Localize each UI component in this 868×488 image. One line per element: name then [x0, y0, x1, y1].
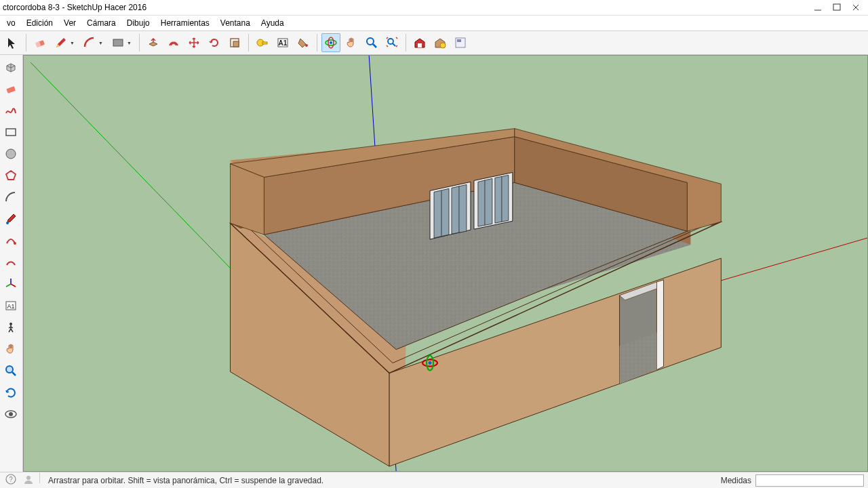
toolbar-separator: [406, 34, 406, 52]
measure-input[interactable]: [755, 474, 864, 487]
dropdown-caret-icon: ▼: [70, 41, 75, 45]
menubar: vo Edición Ver Cámara Dibujo Herramienta…: [0, 16, 868, 30]
dim-tool[interactable]: [1, 296, 20, 315]
toolbar-separator: [317, 34, 317, 52]
toolbar-top: ▼▼▼: [0, 30, 868, 55]
line-tool[interactable]: ▼: [51, 33, 78, 52]
menu-ventana[interactable]: Ventana: [215, 17, 256, 29]
move-tool[interactable]: [184, 33, 203, 52]
dropdown-caret-icon: ▼: [127, 41, 132, 45]
titlebar: ctorcordoba 8-3 - SketchUp Hacer 2016: [0, 0, 868, 16]
toolbar-separator: [26, 34, 26, 52]
text-tool[interactable]: [273, 33, 292, 52]
zoom2-tool[interactable]: [1, 361, 20, 380]
svg-point-51: [26, 476, 31, 480]
scale-tool[interactable]: [225, 33, 244, 52]
svg-marker-43: [656, 280, 663, 370]
workspace: [0, 55, 868, 472]
menu-ayuda[interactable]: Ayuda: [256, 17, 290, 29]
menu-herramientas[interactable]: Herramientas: [155, 17, 215, 29]
window-title: ctorcordoba 8-3 - SketchUp Hacer 2016: [3, 3, 808, 12]
circle-tool[interactable]: [1, 144, 20, 163]
pan2-tool[interactable]: [1, 340, 20, 359]
minimize-button[interactable]: [808, 1, 827, 14]
prev-tool[interactable]: [1, 383, 20, 402]
look-tool[interactable]: [1, 405, 20, 424]
pan-tool[interactable]: [342, 33, 361, 52]
arc2-tool[interactable]: [1, 188, 20, 207]
zoom-tool[interactable]: [362, 33, 381, 52]
measure-label: Medidas: [721, 476, 751, 485]
svg-text:?: ?: [9, 476, 13, 483]
layout-tool[interactable]: [451, 33, 470, 52]
ext-warehouse-tool[interactable]: [431, 33, 450, 52]
eraser2-tool[interactable]: [1, 79, 20, 98]
statusbar: ? Arrastrar para orbitar. Shift = vista …: [0, 472, 868, 488]
paint-tool[interactable]: [294, 33, 313, 52]
toolbar-separator: [139, 34, 140, 52]
svg-rect-1: [833, 4, 840, 10]
component-tool[interactable]: [1, 58, 20, 77]
viewport-3d[interactable]: [23, 55, 868, 472]
menu-archivo[interactable]: vo: [1, 17, 21, 29]
zoom-extents-tool[interactable]: [382, 33, 401, 52]
offset2-tool[interactable]: [1, 253, 20, 272]
followme-tool[interactable]: [1, 231, 20, 250]
paint2-tool[interactable]: [1, 209, 20, 228]
status-sep: [39, 472, 40, 483]
dropdown-caret-icon: ▼: [98, 41, 103, 45]
menu-camara[interactable]: Cámara: [81, 17, 121, 29]
menu-dibujo[interactable]: Dibujo: [121, 17, 155, 29]
status-icon-help[interactable]: ?: [4, 472, 18, 488]
rectangle-tool[interactable]: [1, 123, 20, 142]
offset-tool[interactable]: [164, 33, 183, 52]
select-tool[interactable]: [3, 33, 22, 52]
polygon-tool[interactable]: [1, 166, 20, 185]
walk-tool[interactable]: [1, 318, 20, 337]
shape-tool[interactable]: ▼: [108, 33, 135, 52]
rotate-tool[interactable]: [205, 33, 224, 52]
toolbar-left: [0, 55, 23, 472]
freehand-tool[interactable]: [1, 101, 20, 120]
status-icon-user[interactable]: [22, 472, 35, 488]
close-button[interactable]: [846, 1, 865, 14]
warehouse-tool[interactable]: [410, 33, 429, 52]
toolbar-separator: [248, 34, 249, 52]
tape-tool[interactable]: [253, 33, 272, 52]
maximize-button[interactable]: [827, 1, 846, 14]
status-hint: Arrastrar para orbitar. Shift = vista pa…: [48, 476, 721, 485]
orbit-tool[interactable]: [321, 33, 340, 52]
eraser-tool[interactable]: [31, 33, 50, 52]
menu-edicion[interactable]: Edición: [21, 17, 58, 29]
svg-point-48: [429, 361, 432, 365]
axes-tool[interactable]: [1, 274, 20, 293]
pushpull-tool[interactable]: [144, 33, 163, 52]
svg-marker-38: [478, 178, 492, 226]
menu-ver[interactable]: Ver: [58, 17, 81, 29]
arc-tool[interactable]: ▼: [79, 33, 106, 52]
